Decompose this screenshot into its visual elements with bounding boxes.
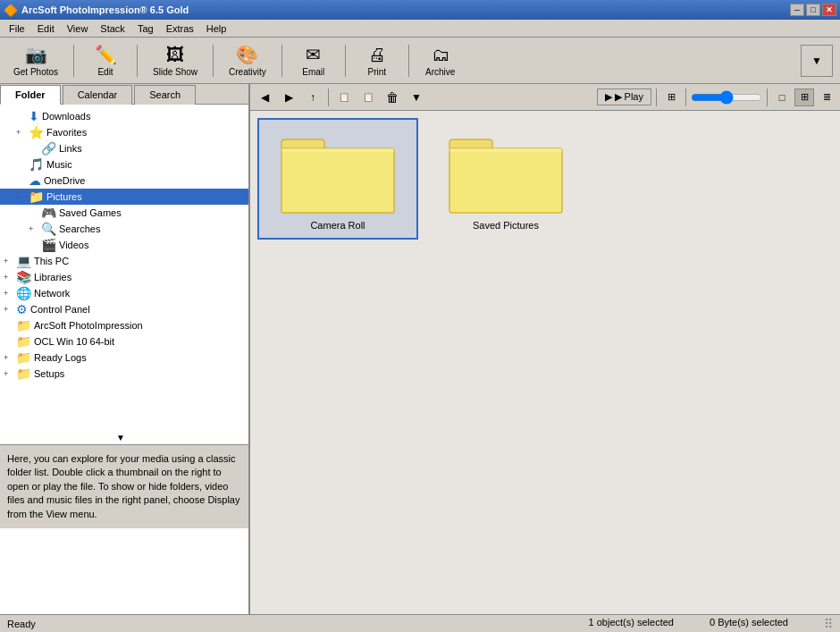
view-controls: ⊞ □ ⊞ ≣ <box>661 88 836 106</box>
svg-rect-4 <box>449 148 562 213</box>
tree-label-favorites: Favorites <box>46 127 87 138</box>
tree-item-libraries[interactable]: + 📚 Libraries <box>0 269 248 285</box>
toolbar-sep-2 <box>137 45 138 77</box>
menu-tag[interactable]: Tag <box>132 21 159 36</box>
zoom-slider[interactable] <box>691 90 762 105</box>
tree-label-videos: Videos <box>59 240 88 250</box>
creativity-button[interactable]: 🎨 Creativity <box>223 40 273 80</box>
slide-show-button[interactable]: 🖼 Slide Show <box>147 41 204 80</box>
pictures-icon: 📁 <box>29 190 44 204</box>
ocl-win-icon: 📁 <box>16 334 31 349</box>
file-grid: Camera Roll Saved Pictures <box>250 111 840 614</box>
print-button[interactable]: 🖨 Print <box>355 41 399 80</box>
tree-item-videos[interactable]: 🎬 Videos <box>0 237 248 253</box>
archive-label: Archive <box>425 67 455 77</box>
tree-item-onedrive[interactable]: ☁ OneDrive <box>0 173 248 189</box>
menu-help[interactable]: Help <box>201 21 232 36</box>
email-button[interactable]: ✉ Email <box>291 40 336 80</box>
tab-search[interactable]: Search <box>134 85 196 105</box>
main-area: Folder Calendar Search ⬇ Downloads + ⭐ F… <box>0 84 840 614</box>
control-panel-icon: ⚙ <box>16 302 28 316</box>
folder-icon-camera-roll <box>280 127 396 216</box>
large-icon-button[interactable]: ⊞ <box>794 88 814 106</box>
print-icon: 🖨 <box>368 45 386 65</box>
tree-item-music[interactable]: 🎵 Music <box>0 156 248 173</box>
info-text: Here, you can explore for your media usi… <box>7 453 239 519</box>
tab-bar: Folder Calendar Search <box>0 84 248 105</box>
menu-dropdown-button[interactable]: ▼ <box>406 88 427 107</box>
expand-icon-favorites[interactable]: + <box>16 128 29 137</box>
tree-item-control-panel[interactable]: + ⚙ Control Panel <box>0 301 248 317</box>
searches-icon: 🔍 <box>41 222 56 236</box>
detail-view-button[interactable]: ≣ <box>817 88 836 106</box>
expand-icon-pictures[interactable]: - <box>16 192 29 201</box>
file-name-camera-roll: Camera Roll <box>310 220 365 231</box>
menu-extras[interactable]: Extras <box>161 21 199 36</box>
onedrive-icon: ☁ <box>29 173 41 188</box>
file-item-saved-pictures[interactable]: Saved Pictures <box>425 118 586 240</box>
tree-item-arcsoft[interactable]: 📁 ArcSoft PhotoImpression <box>0 317 248 333</box>
tab-folder[interactable]: Folder <box>0 85 61 105</box>
grid-view-button[interactable]: ⊞ <box>661 88 681 106</box>
copy-path-button[interactable]: 📋 <box>333 88 355 107</box>
tree-label-pictures: Pictures <box>46 191 82 202</box>
nav-sep-2 <box>656 88 657 106</box>
tree-item-setups[interactable]: + 📁 Setups <box>0 366 248 382</box>
minimize-button[interactable]: ─ <box>790 4 804 16</box>
paste-path-button[interactable]: 📋 <box>357 88 379 107</box>
edit-button[interactable]: ✏️ Edit <box>83 40 128 80</box>
menu-bar: File Edit View Stack Tag Extras Help <box>0 20 840 38</box>
tree-item-ocl-win[interactable]: 📁 OCL Win 10 64-bit <box>0 333 248 350</box>
file-item-camera-roll[interactable]: Camera Roll <box>257 118 418 240</box>
toolbar: 📷 Get Photos ✏️ Edit 🖼 Slide Show 🎨 Crea… <box>0 38 840 84</box>
tree-item-links[interactable]: 🔗 Links <box>0 140 248 156</box>
app-icon: 🔶 <box>4 4 18 17</box>
up-button[interactable]: ↑ <box>302 88 323 107</box>
play-button[interactable]: ▶ ▶ Play <box>597 88 651 105</box>
expand-icon-setups[interactable]: + <box>4 369 16 378</box>
tab-calendar[interactable]: Calendar <box>63 85 133 105</box>
scroll-down-arrow[interactable]: ▼ <box>0 431 241 444</box>
tree-label-saved-games: Saved Games <box>59 207 122 218</box>
menu-view[interactable]: View <box>62 21 94 36</box>
expand-icon-libraries[interactable]: + <box>4 273 16 282</box>
square-view-button[interactable]: □ <box>772 88 792 106</box>
options-button[interactable]: ▼ <box>801 45 833 77</box>
expand-icon-control-panel[interactable]: + <box>4 305 16 314</box>
tree-label-setups: Setups <box>34 368 64 379</box>
maximize-button[interactable]: □ <box>806 4 820 16</box>
toolbar-sep-4 <box>281 45 282 77</box>
edit-icon: ✏️ <box>95 44 117 65</box>
tree-container[interactable]: ⬇ Downloads + ⭐ Favorites 🔗 Links 🎵 Musi… <box>0 105 248 444</box>
tree-item-ready-logs[interactable]: + 📁 Ready Logs <box>0 350 248 366</box>
tree-item-favorites[interactable]: + ⭐ Favorites <box>0 124 248 140</box>
tree-label-arcsoft: ArcSoft PhotoImpression <box>34 320 143 331</box>
tree-label-downloads: Downloads <box>42 111 90 122</box>
tree-item-this-pc[interactable]: + 💻 This PC <box>0 253 248 269</box>
menu-file[interactable]: File <box>4 21 30 36</box>
get-photos-button[interactable]: 📷 Get Photos <box>7 40 64 80</box>
back-button[interactable]: ◀ <box>254 88 275 107</box>
expand-icon-this-pc[interactable]: + <box>4 257 16 265</box>
tree-item-saved-games[interactable]: 🎮 Saved Games <box>0 205 248 221</box>
saved-games-icon: 🎮 <box>41 206 56 220</box>
tree-label-ready-logs: Ready Logs <box>34 352 87 363</box>
tree-label-searches: Searches <box>59 223 100 234</box>
forward-button[interactable]: ▶ <box>278 88 299 107</box>
expand-icon-ready-logs[interactable]: + <box>4 353 16 362</box>
title-bar-controls: ─ □ ✕ <box>790 4 836 16</box>
tree-item-pictures[interactable]: - 📁 Pictures <box>0 189 248 205</box>
app-title: ArcSoft PhotoImpression® 6.5 Gold <box>21 4 189 15</box>
archive-button[interactable]: 🗂 Archive <box>418 41 463 80</box>
tree-item-network[interactable]: + 🌐 Network <box>0 285 248 301</box>
menu-stack[interactable]: Stack <box>95 21 130 36</box>
close-button[interactable]: ✕ <box>822 4 836 16</box>
expand-icon-network[interactable]: + <box>4 289 16 298</box>
tree-item-searches[interactable]: + 🔍 Searches <box>0 221 248 237</box>
menu-edit[interactable]: Edit <box>32 21 60 36</box>
slide-show-icon: 🖼 <box>166 45 184 65</box>
delete-button[interactable]: 🗑 <box>382 88 403 107</box>
expand-icon-searches[interactable]: + <box>29 224 41 233</box>
tree-label-this-pc: This PC <box>34 256 69 266</box>
tree-item-downloads[interactable]: ⬇ Downloads <box>0 108 248 124</box>
